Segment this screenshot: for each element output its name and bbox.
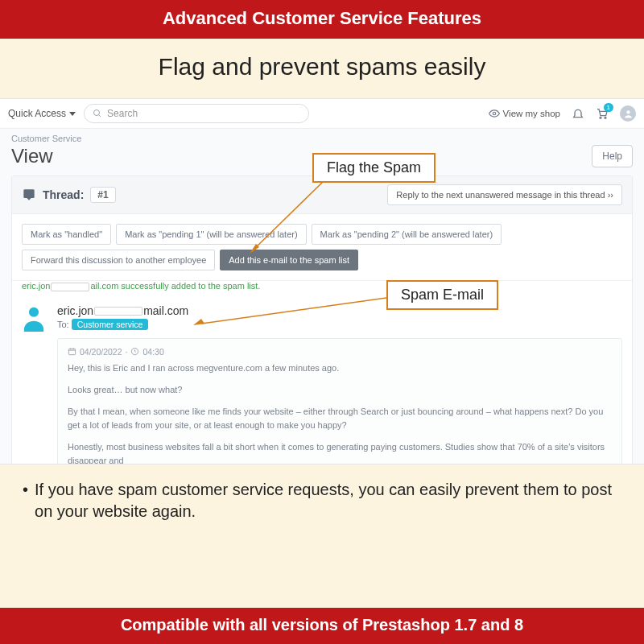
message-time: 04:30: [142, 347, 163, 357]
search-placeholder: Search: [107, 108, 138, 119]
from-email: eric.jonmail.com: [57, 304, 622, 317]
svg-rect-11: [68, 349, 75, 354]
topbar-right: View my shop 1: [489, 105, 636, 122]
redaction-box: [94, 307, 142, 316]
success-left: eric.jon: [22, 281, 50, 291]
quick-access-menu[interactable]: Quick Access: [8, 108, 76, 119]
redaction-box: [51, 283, 89, 291]
to-row: To: Customer service: [57, 319, 622, 330]
reply-next-button[interactable]: Reply to the next unanswered message in …: [387, 184, 622, 205]
success-right: ail.com successfully added to the spam l…: [90, 281, 260, 291]
from-right: mail.com: [143, 304, 188, 317]
eye-icon: [489, 108, 500, 119]
message-body: eric.jonmail.com To: Customer service 04…: [57, 304, 622, 464]
svg-point-9: [626, 110, 630, 114]
user-icon: [623, 109, 634, 119]
callout-flag: Flag the Spam: [312, 153, 436, 183]
page-headline: Flag and prevent spams easily: [0, 39, 644, 98]
svg-line-5: [99, 115, 101, 118]
user-avatar[interactable]: [620, 105, 636, 122]
svg-point-7: [600, 117, 601, 118]
calendar-icon: [68, 347, 76, 356]
callout-email: Spam E-mail: [386, 280, 498, 310]
svg-point-6: [493, 112, 496, 115]
search-input[interactable]: Search: [84, 104, 309, 123]
admin-topbar: Quick Access Search View my shop: [0, 99, 644, 129]
svg-point-8: [605, 117, 606, 118]
breadcrumb: Customer Service: [0, 129, 644, 143]
search-icon: [93, 109, 102, 118]
page-title: View: [11, 145, 53, 167]
mark-handled-button[interactable]: Mark as "handled": [22, 224, 111, 245]
banner-top: Advanced Customer Service Features: [0, 0, 644, 39]
promo-frame: Advanced Customer Service Features Flag …: [0, 0, 644, 644]
success-message: eric.jonail.com successfully added to th…: [12, 281, 632, 296]
msg-p4: Honestly, most business websites fall a …: [68, 440, 612, 464]
cart-badge: 1: [604, 103, 613, 112]
message-text: Hey, this is Eric and I ran across megve…: [68, 361, 612, 464]
to-tag: Customer service: [72, 319, 149, 330]
caret-down-icon: [69, 112, 76, 116]
bullet-text: If you have spam customer service reques…: [35, 479, 628, 522]
from-left: eric.jon: [57, 304, 93, 317]
to-label: To:: [57, 320, 69, 329]
bell-icon[interactable]: [572, 107, 584, 120]
message-date: 04/20/2022: [80, 347, 122, 357]
thread-number: #1: [90, 187, 115, 203]
add-spam-button[interactable]: Add this e-mail to the spam list: [220, 250, 358, 270]
message-card: 04/20/2022 · 04:30 Hey, this is Eric and…: [57, 338, 622, 464]
user-icon: [22, 304, 46, 332]
svg-point-10: [29, 307, 39, 316]
forward-button[interactable]: Forward this discussion to another emplo…: [22, 250, 215, 270]
msg-p2: Looks great… but now what?: [68, 383, 612, 397]
msg-p1: Hey, this is Eric and I ran across megve…: [68, 361, 612, 375]
mark-pending1-button[interactable]: Mark as "pending 1" (will be answered la…: [116, 224, 306, 245]
quick-access-label: Quick Access: [8, 108, 66, 119]
thread-label: Thread:: [43, 188, 84, 201]
clock-icon: [130, 347, 139, 356]
message-block: eric.jonmail.com To: Customer service 04…: [12, 296, 632, 464]
admin-screenshot: Flag the Spam Spam E-mail Quick Access S…: [0, 98, 644, 464]
message-meta: 04/20/2022 · 04:30: [68, 347, 612, 357]
cart-icon[interactable]: 1: [596, 107, 609, 120]
comments-icon: [22, 188, 36, 201]
bullet-area: • If you have spam customer service requ…: [0, 464, 644, 535]
mark-pending2-button[interactable]: Mark as "pending 2" (will be answered la…: [312, 224, 502, 245]
view-shop-label: View my shop: [503, 109, 560, 118]
view-shop-link[interactable]: View my shop: [489, 108, 560, 119]
svg-point-4: [94, 110, 100, 116]
inner-area: Flag and prevent spams easily Flag the S…: [0, 39, 644, 608]
banner-bottom: Compatible with all versions of Prestash…: [0, 608, 644, 644]
help-button[interactable]: Help: [592, 145, 633, 167]
sender-avatar: [22, 304, 46, 464]
msg-p3: By that I mean, when someone like me fin…: [68, 405, 612, 432]
thread-panel: Thread: #1 Reply to the next unanswered …: [11, 175, 633, 464]
thread-actions: Mark as "handled" Mark as "pending 1" (w…: [12, 214, 632, 281]
bullet-dot: •: [23, 479, 28, 522]
